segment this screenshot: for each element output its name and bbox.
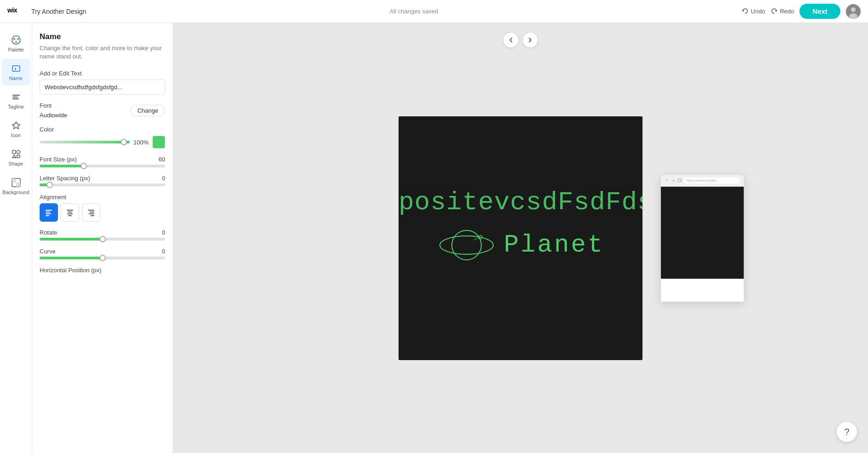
font-size-section: Font Size (px) 60 (40, 156, 165, 167)
svg-rect-17 (17, 155, 20, 158)
browser-preview: https://www.mysite... (661, 175, 744, 302)
svg-rect-30 (90, 212, 94, 212)
alignment-section: Alignment (40, 194, 165, 222)
sidebar-item-shape[interactable]: Shape (2, 144, 30, 171)
curve-value: 0 (162, 248, 165, 255)
next-button[interactable]: Next (799, 4, 840, 19)
topbar: wix Try Another Design All changes saved… (0, 0, 868, 23)
svg-point-3 (849, 13, 857, 19)
color-row: 100% (40, 136, 165, 149)
horizontal-position-label: Horizontal Position (px) (40, 267, 101, 274)
rotate-value: 0 (162, 229, 165, 236)
svg-text:wix: wix (7, 6, 17, 13)
svg-rect-25 (67, 210, 73, 211)
svg-point-7 (15, 41, 17, 43)
rotate-label: Rotate (40, 229, 57, 236)
svg-rect-10 (12, 95, 20, 96)
browser-content-dark (661, 187, 744, 279)
alignment-label: Alignment (40, 194, 165, 201)
svg-rect-27 (67, 213, 73, 214)
sidebar-item-palette[interactable]: Palette (2, 30, 30, 57)
svg-point-4 (12, 36, 20, 44)
svg-rect-26 (68, 212, 72, 212)
horizontal-position-section: Horizontal Position (px) (40, 267, 165, 274)
svg-rect-19 (12, 178, 16, 183)
color-swatch[interactable] (152, 136, 165, 149)
svg-rect-31 (89, 213, 94, 214)
svg-rect-12 (12, 98, 19, 99)
font-size-label: Font Size (px) (40, 156, 77, 163)
avatar[interactable] (846, 4, 861, 19)
font-label: Font (40, 102, 67, 109)
canvas-area: positevcsdFsdFdsFgdsFgdFgFdgdFgdFgFdgFdg… (173, 23, 868, 453)
svg-point-6 (17, 38, 19, 40)
text-input[interactable] (40, 80, 165, 95)
browser-content-white (661, 279, 744, 302)
sidebar-item-name[interactable]: T Name (2, 59, 30, 86)
font-size-value: 60 (159, 156, 165, 163)
color-section: Color 100% (40, 126, 165, 149)
add-edit-label: Add or Edit Text (40, 70, 165, 77)
curve-label: Curve (40, 248, 56, 255)
alignment-buttons (40, 203, 165, 222)
svg-rect-29 (88, 210, 94, 211)
shape-label: Shape (9, 161, 23, 166)
help-button[interactable]: ? (837, 422, 857, 442)
side-panel: Name Change the font, color and more to … (32, 23, 173, 453)
icon-nav-label: Icon (11, 132, 21, 138)
prev-arrow[interactable] (503, 32, 519, 48)
topbar-left: wix Try Another Design (7, 6, 86, 17)
svg-rect-14 (12, 150, 16, 154)
font-row: Font Audiowide Change (40, 102, 165, 119)
curve-section: Curve 0 (40, 248, 165, 259)
letter-spacing-value: 0 (162, 175, 165, 182)
rotate-section: Rotate 0 (40, 229, 165, 241)
redo-label: Redo (780, 8, 794, 15)
svg-rect-21 (46, 210, 52, 211)
sidebar-item-background[interactable]: Background (2, 173, 30, 200)
letter-spacing-section: Letter Spacing (px) 0 (40, 175, 165, 186)
svg-marker-13 (12, 122, 20, 129)
logo-card: positevcsdFsdFdsFgdsFgdFgFdgdFgdFgFdgFdg… (399, 116, 642, 360)
font-value: Audiowide (40, 112, 67, 119)
name-label: Name (9, 75, 23, 81)
change-font-button[interactable]: Change (130, 105, 165, 116)
redo-button[interactable]: Redo (770, 8, 794, 15)
undo-button[interactable]: Undo (741, 8, 765, 15)
help-label: ? (844, 427, 849, 437)
wix-logo: wix (7, 6, 26, 17)
svg-rect-32 (91, 215, 94, 216)
next-arrow[interactable] (522, 32, 538, 48)
browser-url: https://www.mysite... (684, 178, 740, 183)
svg-marker-16 (12, 155, 16, 158)
sidebar-item-icon[interactable]: Icon (2, 116, 30, 143)
topbar-title: Try Another Design (31, 8, 86, 15)
planet-icon (437, 224, 497, 266)
svg-point-15 (17, 150, 20, 154)
sidebar-item-tagline[interactable]: Tagline (2, 87, 30, 114)
topbar-status: All changes saved (390, 8, 439, 15)
panel-title: Name (40, 32, 165, 41)
svg-rect-23 (46, 213, 51, 214)
logo-marquee-text: positevcsdFsdFdsFgdsFgdFgFdgdFgdFgFdgFdg… (399, 188, 642, 217)
color-percent: 100% (133, 139, 149, 146)
svg-rect-22 (46, 212, 50, 212)
palette-label: Palette (8, 47, 23, 52)
svg-text:T: T (14, 67, 17, 71)
panel-desc: Change the font, color and more to make … (40, 44, 165, 61)
align-center-button[interactable] (61, 203, 79, 222)
nav-arrows (503, 32, 538, 48)
main-layout: Palette T Name Tagline Icon Shape Backgr… (0, 23, 868, 453)
svg-rect-11 (12, 97, 18, 97)
align-right-button[interactable] (82, 203, 100, 222)
left-nav: Palette T Name Tagline Icon Shape Backgr… (0, 23, 32, 453)
undo-label: Undo (751, 8, 765, 15)
planet-text: Planet (504, 231, 604, 259)
tagline-label: Tagline (8, 104, 24, 109)
color-label: Color (40, 126, 165, 133)
svg-rect-28 (68, 215, 72, 216)
svg-line-36 (474, 238, 479, 240)
align-left-button[interactable] (40, 203, 58, 222)
svg-point-2 (851, 7, 856, 12)
svg-point-33 (452, 230, 481, 260)
